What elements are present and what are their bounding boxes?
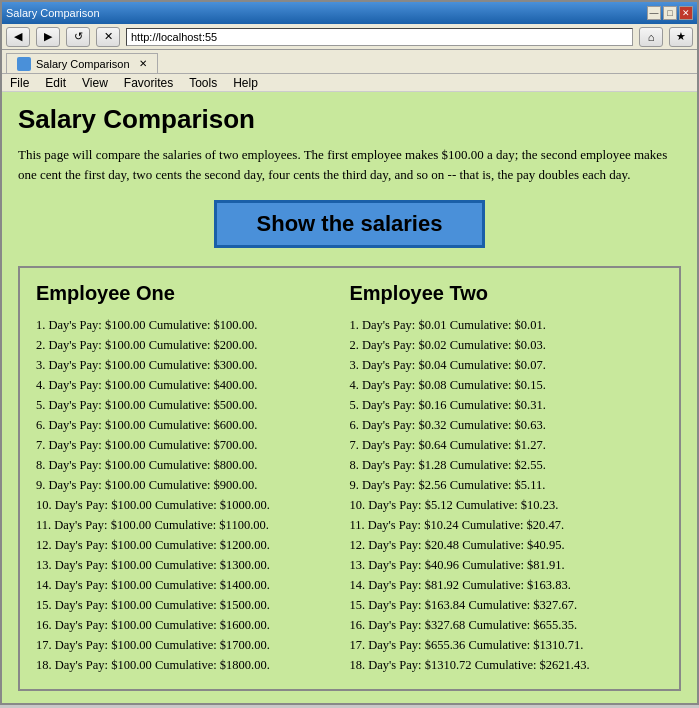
list-item: 17. Day's Pay: $655.36 Cumulative: $1310… [350, 635, 664, 655]
list-item: 10. Day's Pay: $5.12 Cumulative: $10.23. [350, 495, 664, 515]
menu-help[interactable]: Help [229, 75, 262, 91]
back-button[interactable]: ◀ [6, 27, 30, 47]
title-bar-label: Salary Comparison [6, 7, 100, 19]
salary-columns: Employee One 1. Day's Pay: $100.00 Cumul… [36, 282, 663, 675]
browser-window: Salary Comparison — □ ✕ ◀ ▶ ↺ ✕ http://l… [0, 0, 699, 705]
list-item: 6. Day's Pay: $0.32 Cumulative: $0.63. [350, 415, 664, 435]
list-item: 6. Day's Pay: $100.00 Cumulative: $600.0… [36, 415, 350, 435]
title-bar-controls: — □ ✕ [647, 6, 693, 20]
list-item: 10. Day's Pay: $100.00 Cumulative: $1000… [36, 495, 350, 515]
list-item: 15. Day's Pay: $163.84 Cumulative: $327.… [350, 595, 664, 615]
list-item: 2. Day's Pay: $100.00 Cumulative: $200.0… [36, 335, 350, 355]
list-item: 11. Day's Pay: $10.24 Cumulative: $20.47… [350, 515, 664, 535]
forward-button[interactable]: ▶ [36, 27, 60, 47]
list-item: 5. Day's Pay: $100.00 Cumulative: $500.0… [36, 395, 350, 415]
employee-one-column: Employee One 1. Day's Pay: $100.00 Cumul… [36, 282, 350, 675]
title-bar-text: Salary Comparison [6, 7, 100, 19]
page-title: Salary Comparison [18, 104, 681, 135]
list-item: 16. Day's Pay: $327.68 Cumulative: $655.… [350, 615, 664, 635]
list-item: 3. Day's Pay: $100.00 Cumulative: $300.0… [36, 355, 350, 375]
menu-tools[interactable]: Tools [185, 75, 221, 91]
salary-table: Employee One 1. Day's Pay: $100.00 Cumul… [18, 266, 681, 691]
close-button[interactable]: ✕ [679, 6, 693, 20]
list-item: 5. Day's Pay: $0.16 Cumulative: $0.31. [350, 395, 664, 415]
list-item: 13. Day's Pay: $100.00 Cumulative: $1300… [36, 555, 350, 575]
list-item: 11. Day's Pay: $100.00 Cumulative: $1100… [36, 515, 350, 535]
list-item: 9. Day's Pay: $2.56 Cumulative: $5.11. [350, 475, 664, 495]
menu-favorites[interactable]: Favorites [120, 75, 177, 91]
list-item: 2. Day's Pay: $0.02 Cumulative: $0.03. [350, 335, 664, 355]
list-item: 1. Day's Pay: $100.00 Cumulative: $100.0… [36, 315, 350, 335]
reload-button[interactable]: ↺ [66, 27, 90, 47]
tab-close-icon[interactable]: ✕ [139, 58, 147, 69]
stop-button[interactable]: ✕ [96, 27, 120, 47]
list-item: 14. Day's Pay: $81.92 Cumulative: $163.8… [350, 575, 664, 595]
employee-two-column: Employee Two 1. Day's Pay: $0.01 Cumulat… [350, 282, 664, 675]
list-item: 14. Day's Pay: $100.00 Cumulative: $1400… [36, 575, 350, 595]
employee-one-header: Employee One [36, 282, 350, 305]
list-item: 8. Day's Pay: $1.28 Cumulative: $2.55. [350, 455, 664, 475]
toolbar-row: ◀ ▶ ↺ ✕ http://localhost:55 ⌂ ★ [2, 24, 697, 50]
tab-bar: Salary Comparison ✕ [2, 50, 697, 74]
menu-view[interactable]: View [78, 75, 112, 91]
page-content: Salary Comparison This page will compare… [2, 92, 697, 703]
list-item: 7. Day's Pay: $0.64 Cumulative: $1.27. [350, 435, 664, 455]
list-item: 13. Day's Pay: $40.96 Cumulative: $81.91… [350, 555, 664, 575]
menu-edit[interactable]: Edit [41, 75, 70, 91]
menu-bar: File Edit View Favorites Tools Help [2, 74, 697, 92]
list-item: 4. Day's Pay: $100.00 Cumulative: $400.0… [36, 375, 350, 395]
list-item: 15. Day's Pay: $100.00 Cumulative: $1500… [36, 595, 350, 615]
list-item: 4. Day's Pay: $0.08 Cumulative: $0.15. [350, 375, 664, 395]
employee-two-entries: 1. Day's Pay: $0.01 Cumulative: $0.01.2.… [350, 315, 664, 675]
favorites-button[interactable]: ★ [669, 27, 693, 47]
list-item: 3. Day's Pay: $0.04 Cumulative: $0.07. [350, 355, 664, 375]
list-item: 18. Day's Pay: $100.00 Cumulative: $1800… [36, 655, 350, 675]
list-item: 8. Day's Pay: $100.00 Cumulative: $800.0… [36, 455, 350, 475]
list-item: 12. Day's Pay: $20.48 Cumulative: $40.95… [350, 535, 664, 555]
list-item: 16. Day's Pay: $100.00 Cumulative: $1600… [36, 615, 350, 635]
page-description: This page will compare the salaries of t… [18, 145, 681, 184]
tab-label: Salary Comparison [36, 58, 130, 70]
home-button[interactable]: ⌂ [639, 27, 663, 47]
minimize-button[interactable]: — [647, 6, 661, 20]
employee-two-header: Employee Two [350, 282, 664, 305]
show-button-container: Show the salaries [18, 200, 681, 248]
list-item: 18. Day's Pay: $1310.72 Cumulative: $262… [350, 655, 664, 675]
list-item: 1. Day's Pay: $0.01 Cumulative: $0.01. [350, 315, 664, 335]
active-tab[interactable]: Salary Comparison ✕ [6, 53, 158, 73]
list-item: 17. Day's Pay: $100.00 Cumulative: $1700… [36, 635, 350, 655]
employee-one-entries: 1. Day's Pay: $100.00 Cumulative: $100.0… [36, 315, 350, 675]
show-salaries-button[interactable]: Show the salaries [214, 200, 486, 248]
menu-file[interactable]: File [6, 75, 33, 91]
list-item: 12. Day's Pay: $100.00 Cumulative: $1200… [36, 535, 350, 555]
list-item: 9. Day's Pay: $100.00 Cumulative: $900.0… [36, 475, 350, 495]
title-bar: Salary Comparison — □ ✕ [2, 2, 697, 24]
maximize-button[interactable]: □ [663, 6, 677, 20]
list-item: 7. Day's Pay: $100.00 Cumulative: $700.0… [36, 435, 350, 455]
address-bar[interactable]: http://localhost:55 [126, 28, 633, 46]
tab-icon [17, 57, 31, 71]
